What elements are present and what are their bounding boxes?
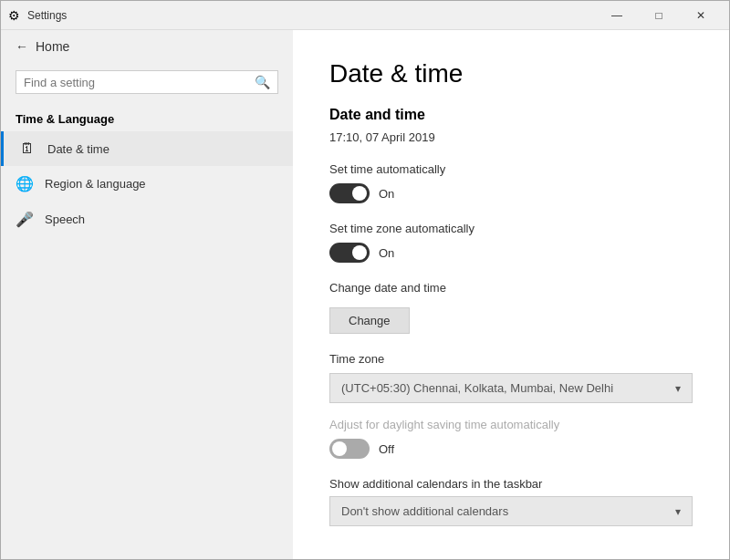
daylight-track bbox=[329, 439, 370, 459]
additional-calendars-value: Don't show additional calendars bbox=[341, 504, 508, 518]
change-button[interactable]: Change bbox=[329, 307, 410, 334]
close-button[interactable]: ✕ bbox=[680, 1, 722, 30]
speech-icon: 🎤 bbox=[16, 211, 34, 228]
minimize-button[interactable]: — bbox=[596, 1, 638, 30]
sidebar-item-speech[interactable]: 🎤 Speech bbox=[1, 202, 293, 237]
set-timezone-auto-toggle-row: On bbox=[329, 243, 693, 263]
additional-calendars-dropdown[interactable]: Don't show additional calendars ▾ bbox=[329, 496, 693, 526]
home-label: Home bbox=[36, 39, 69, 54]
maximize-button[interactable]: □ bbox=[638, 1, 680, 30]
search-input[interactable] bbox=[24, 76, 255, 89]
timezone-section: Time zone (UTC+05:30) Chennai, Kolkata, … bbox=[329, 352, 693, 403]
timezone-label: Time zone bbox=[329, 352, 693, 366]
sidebar-section-label: Time & Language bbox=[1, 101, 293, 131]
title-bar-controls: — □ ✕ bbox=[596, 1, 722, 30]
sidebar-item-date-time[interactable]: 🗓 Date & time bbox=[1, 131, 293, 166]
settings-window: ⚙ Settings — □ ✕ ← Home 🔍 Time & Languag… bbox=[0, 0, 730, 560]
set-timezone-auto-value: On bbox=[379, 246, 394, 260]
sidebar-item-region-language[interactable]: 🌐 Region & language bbox=[1, 166, 293, 202]
additional-calendars-label: Show additional calendars in the taskbar bbox=[329, 477, 693, 491]
region-icon: 🌐 bbox=[16, 175, 34, 192]
page-title: Date & time bbox=[329, 59, 693, 88]
title-bar-left: ⚙ Settings bbox=[8, 8, 67, 23]
current-datetime: 17:10, 07 April 2019 bbox=[329, 130, 693, 144]
sidebar-item-label-region: Region & language bbox=[45, 177, 146, 191]
set-timezone-auto-track bbox=[329, 243, 370, 263]
set-timezone-auto-thumb bbox=[352, 245, 367, 260]
set-time-auto-toggle-row: On bbox=[329, 183, 693, 203]
daylight-value: Off bbox=[379, 442, 394, 456]
set-time-auto-label: Set time automatically bbox=[329, 162, 693, 176]
title-bar: ⚙ Settings — □ ✕ bbox=[1, 1, 729, 30]
settings-app-icon: ⚙ bbox=[8, 8, 20, 23]
sidebar-item-label-speech: Speech bbox=[45, 213, 85, 226]
set-time-auto-thumb bbox=[352, 186, 367, 201]
sidebar: ← Home 🔍 Time & Language 🗓 Date & time 🌐… bbox=[1, 30, 293, 559]
content-area: ← Home 🔍 Time & Language 🗓 Date & time 🌐… bbox=[1, 30, 729, 559]
change-date-time-label: Change date and time bbox=[329, 281, 693, 295]
timezone-dropdown-arrow: ▾ bbox=[675, 382, 681, 395]
set-timezone-auto-toggle[interactable] bbox=[329, 243, 370, 263]
additional-calendars-dropdown-arrow: ▾ bbox=[675, 505, 681, 518]
daylight-toggle-row: Off bbox=[329, 439, 693, 459]
sidebar-item-label-date-time: Date & time bbox=[47, 142, 110, 156]
title-bar-title: Settings bbox=[27, 9, 67, 22]
back-arrow-icon: ← bbox=[16, 39, 28, 54]
daylight-toggle[interactable] bbox=[329, 439, 370, 459]
daylight-label: Adjust for daylight saving time automati… bbox=[329, 418, 693, 431]
set-time-auto-value: On bbox=[379, 187, 394, 201]
set-time-auto-toggle[interactable] bbox=[329, 183, 370, 203]
set-time-auto-track bbox=[329, 183, 370, 203]
timezone-dropdown[interactable]: (UTC+05:30) Chennai, Kolkata, Mumbai, Ne… bbox=[329, 373, 693, 403]
daylight-thumb bbox=[332, 441, 347, 456]
section-title: Date and time bbox=[329, 107, 693, 123]
calendar-icon: 🗓 bbox=[18, 140, 36, 157]
main-content: Date & time Date and time 17:10, 07 Apri… bbox=[293, 30, 729, 559]
search-box[interactable]: 🔍 bbox=[16, 70, 278, 94]
set-timezone-auto-label: Set time zone automatically bbox=[329, 222, 693, 235]
search-icon: 🔍 bbox=[255, 75, 270, 89]
back-button[interactable]: ← Home bbox=[1, 30, 293, 63]
timezone-value: (UTC+05:30) Chennai, Kolkata, Mumbai, Ne… bbox=[341, 381, 613, 395]
